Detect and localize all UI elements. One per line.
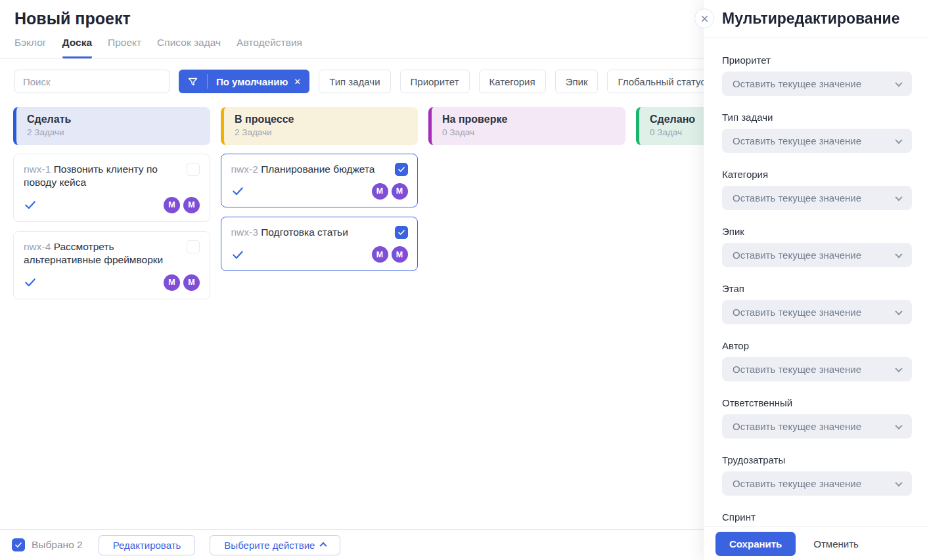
panel-field: Тип задачи Оставить текущее значение bbox=[722, 112, 912, 153]
field-select-value: Оставить текущее значение bbox=[733, 421, 861, 432]
panel-field: Этап Оставить текущее значение bbox=[722, 283, 912, 324]
status-check-icon bbox=[231, 248, 244, 261]
check-icon bbox=[14, 541, 22, 549]
column-count: 0 Задач bbox=[442, 127, 615, 137]
save-button[interactable]: Сохранить bbox=[715, 532, 796, 556]
avatar: M bbox=[392, 183, 408, 200]
check-icon bbox=[397, 165, 405, 173]
tab-Доска[interactable]: Доска bbox=[62, 37, 93, 58]
task-card[interactable]: nwx-2 Планирование бюджета MM bbox=[221, 154, 418, 207]
tab-label: Доска bbox=[62, 37, 93, 48]
field-label: Приоритет bbox=[722, 54, 912, 66]
field-select-value: Оставить текущее значение bbox=[733, 192, 861, 204]
task-id: nwx-4 bbox=[24, 241, 51, 252]
assignee-avatars: MM bbox=[372, 183, 408, 200]
column-title: В процессе bbox=[235, 114, 407, 125]
check-icon bbox=[397, 228, 405, 236]
task-id: nwx-1 bbox=[24, 163, 51, 175]
chevron-down-icon bbox=[895, 250, 902, 257]
task-checkbox[interactable] bbox=[187, 163, 200, 176]
field-select-value: Оставить текущее значение bbox=[733, 364, 861, 375]
field-select[interactable]: Оставить текущее значение bbox=[722, 414, 912, 439]
task-card[interactable]: nwx-1 Позвонить клиенту по поводу кейса … bbox=[13, 154, 210, 222]
field-select[interactable]: Оставить текущее значение bbox=[722, 72, 912, 96]
tab-Автодействия[interactable]: Автодействия bbox=[237, 37, 302, 58]
field-label: Этап bbox=[722, 283, 912, 294]
filter-chip[interactable]: Категория bbox=[479, 70, 546, 93]
status-check-icon bbox=[24, 198, 37, 211]
avatar: M bbox=[183, 197, 200, 213]
column-title: Сделать bbox=[27, 114, 200, 125]
selected-count-label: Выбрано 2 bbox=[32, 539, 83, 551]
status-check-icon bbox=[231, 184, 244, 198]
tab-Бэклог[interactable]: Бэклог bbox=[14, 37, 47, 58]
multi-edit-panel: Мультиредактирование Приоритет Оставить … bbox=[704, 0, 929, 560]
column-count: 2 Задачи bbox=[27, 127, 200, 137]
filter-chip[interactable]: Тип задачи bbox=[319, 70, 390, 93]
panel-field: Спринт Оставить текущее значение bbox=[722, 511, 912, 527]
chevron-down-icon bbox=[895, 307, 902, 314]
chevron-down-icon bbox=[895, 136, 902, 143]
select-all-checkbox[interactable] bbox=[12, 538, 25, 551]
panel-field: Трудозатраты Оставить текущее значение bbox=[722, 454, 912, 496]
board-column: В процессе 2 Задачи nwx-2 Планирование б… bbox=[221, 107, 418, 299]
chevron-up-icon bbox=[320, 542, 327, 549]
avatar: M bbox=[372, 246, 388, 263]
task-card[interactable]: nwx-3 Подготовка статьи MM bbox=[221, 217, 418, 270]
field-select[interactable]: Оставить текущее значение bbox=[722, 129, 912, 153]
field-select[interactable]: Оставить текущее значение bbox=[722, 186, 912, 210]
avatar: M bbox=[164, 197, 180, 213]
field-select[interactable]: Оставить текущее значение bbox=[722, 357, 912, 381]
assignee-avatars: MM bbox=[164, 274, 200, 291]
column-title: На проверке bbox=[442, 114, 615, 125]
task-title: Планирование бюджета bbox=[261, 163, 374, 175]
panel-fields: Приоритет Оставить текущее значение Тип … bbox=[704, 37, 929, 527]
column-header: На проверке 0 Задач bbox=[428, 107, 625, 145]
field-select[interactable]: Оставить текущее значение bbox=[722, 243, 912, 267]
task-checkbox[interactable] bbox=[187, 240, 200, 253]
clear-filter-icon[interactable]: ✕ bbox=[292, 77, 309, 87]
assignee-avatars: MM bbox=[164, 197, 200, 213]
app-root: Новый проект БэклогДоскаПроектСписок зад… bbox=[0, 0, 929, 299]
edit-button[interactable]: Редактировать bbox=[99, 535, 196, 555]
field-label: Эпик bbox=[722, 226, 912, 237]
tab-Список задач[interactable]: Список задач bbox=[157, 37, 221, 58]
choose-action-button[interactable]: Выберите действие bbox=[210, 535, 340, 555]
filter-chip[interactable]: Глобальный статус bbox=[607, 70, 715, 93]
field-select-value: Оставить текущее значение bbox=[733, 307, 861, 318]
field-label: Спринт bbox=[722, 511, 912, 523]
task-card[interactable]: nwx-4 Рассмотреть альтернативные фреймво… bbox=[13, 231, 210, 299]
filter-chip[interactable]: Приоритет bbox=[400, 70, 470, 93]
avatar: M bbox=[164, 274, 180, 291]
panel-footer: Сохранить Отменить bbox=[704, 527, 929, 560]
tab-label: Автодействия bbox=[237, 37, 302, 48]
filter-chip[interactable]: Эпик bbox=[555, 70, 599, 93]
field-label: Автор bbox=[722, 340, 912, 351]
chevron-down-icon bbox=[895, 79, 902, 86]
tab-Проект[interactable]: Проект bbox=[108, 37, 141, 58]
cancel-button[interactable]: Отменить bbox=[813, 538, 859, 549]
chevron-down-icon bbox=[895, 193, 902, 200]
field-select[interactable]: Оставить текущее значение bbox=[722, 471, 912, 496]
panel-field: Автор Оставить текущее значение bbox=[722, 340, 912, 381]
filter-funnel-icon bbox=[179, 76, 207, 87]
task-checkbox[interactable] bbox=[395, 226, 408, 239]
search-input[interactable] bbox=[14, 70, 170, 93]
column-count: 2 Задачи bbox=[235, 127, 407, 137]
close-icon[interactable] bbox=[694, 9, 714, 28]
tab-label: Список задач bbox=[157, 37, 221, 48]
field-select[interactable]: Оставить текущее значение bbox=[722, 300, 912, 324]
default-filter-button[interactable]: По умолчанию ✕ bbox=[179, 70, 309, 93]
field-select-value: Оставить текущее значение bbox=[733, 249, 861, 261]
panel-field: Категория Оставить текущее значение bbox=[722, 169, 912, 210]
field-label: Тип задачи bbox=[722, 112, 912, 123]
field-select-value: Оставить текущее значение bbox=[733, 135, 861, 146]
task-checkbox[interactable] bbox=[395, 163, 408, 176]
column-cards: nwx-2 Планирование бюджета MM nwx-3 Подг… bbox=[221, 154, 418, 271]
field-label: Категория bbox=[722, 169, 912, 180]
chevron-down-icon bbox=[895, 479, 902, 486]
filter-label: По умолчанию bbox=[208, 76, 292, 87]
field-label: Ответственный bbox=[722, 397, 912, 408]
field-select-value: Оставить текущее значение bbox=[733, 78, 861, 89]
filter-chips: Тип задачиПриоритетКатегорияЭпикГлобальн… bbox=[319, 70, 769, 93]
